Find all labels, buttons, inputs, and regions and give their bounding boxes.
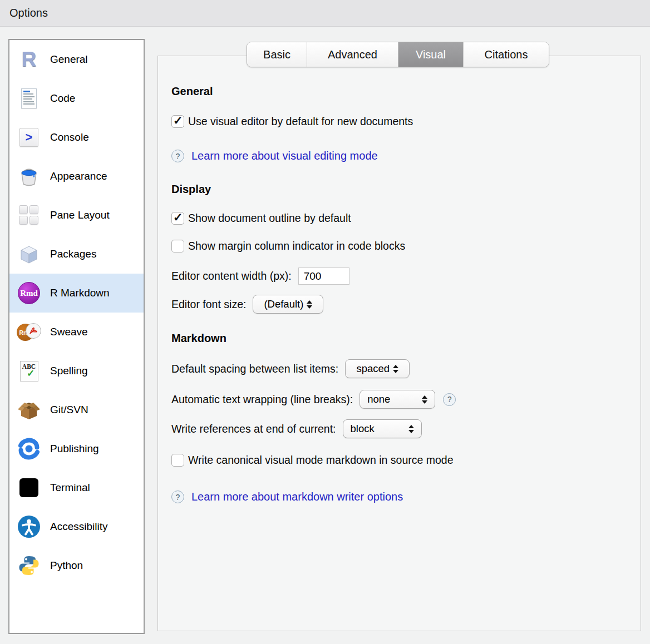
list-spacing-select[interactable]: spaced (345, 359, 410, 378)
editor-font-size-select[interactable]: (Default) (253, 295, 323, 314)
pane-layout-icon (17, 203, 41, 227)
field-label: Default spacing between list items: (171, 363, 338, 375)
show-outline-checkbox[interactable] (171, 212, 184, 225)
selected-value: block (351, 423, 375, 435)
sidebar-item-git-svn[interactable]: Git/SVN (9, 390, 144, 429)
sidebar-item-label: Accessibility (50, 521, 107, 533)
checkbox-label: Show document outline by default (188, 212, 351, 225)
field-label: Write references at end of current: (171, 423, 336, 435)
selected-value: spaced (356, 363, 390, 375)
learn-more-markdown-writer-link[interactable]: Learn more about markdown writer options (191, 491, 403, 503)
sidebar-item-pane-layout[interactable]: Pane Layout (9, 196, 144, 235)
sidebar-item-label: Pane Layout (50, 209, 110, 221)
list-spacing-row: Default spacing between list items: spac… (171, 359, 410, 378)
python-icon (17, 553, 41, 578)
help-row-markdown-writer: ? Learn more about markdown writer optio… (171, 491, 403, 503)
field-label: Automatic text wrapping (line breaks): (171, 393, 353, 406)
help-row-visual-editing: ? Learn more about visual editing mode (171, 150, 378, 162)
use-visual-editor-checkbox[interactable] (171, 115, 184, 128)
accessibility-icon (17, 514, 41, 539)
sidebar-item-appearance[interactable]: Appearance (9, 157, 144, 196)
field-label: Editor content width (px): (171, 270, 292, 283)
sidebar-item-label: Python (50, 559, 83, 572)
editor-font-size-row: Editor font size: (Default) (171, 295, 323, 314)
sidebar-item-accessibility[interactable]: Accessibility (9, 507, 144, 546)
help-icon[interactable]: ? (443, 393, 456, 406)
stepper-arrows-icon (393, 365, 398, 373)
r-logo-icon: R (17, 47, 41, 72)
terminal-icon (17, 475, 41, 500)
canonical-markdown-checkbox[interactable] (171, 454, 184, 467)
sidebar-item-terminal[interactable]: Terminal (9, 468, 144, 507)
section-heading-display: Display (171, 183, 211, 196)
sidebar-item-console[interactable]: > Console (9, 118, 144, 157)
references-select[interactable]: block (343, 419, 422, 438)
options-content-panel: General Use visual editor by default for… (157, 56, 641, 631)
sidebar-item-label: Terminal (50, 482, 90, 494)
settings-tabbar: Basic Advanced Visual Citations (247, 42, 549, 67)
tab-visual[interactable]: Visual (398, 42, 463, 67)
tab-basic[interactable]: Basic (247, 42, 307, 67)
text-wrapping-select[interactable]: none (360, 390, 435, 409)
window-title: Options (9, 7, 48, 19)
code-document-icon (17, 86, 41, 111)
tab-advanced[interactable]: Advanced (307, 42, 398, 67)
text-wrapping-row: Automatic text wrapping (line breaks): n… (171, 390, 456, 409)
selected-value: none (367, 393, 390, 405)
publishing-icon (17, 437, 41, 461)
sidebar-item-label: Git/SVN (50, 404, 88, 416)
sidebar-item-sweave[interactable]: Rnw Sweave (9, 313, 144, 351)
sidebar-item-label: Sweave (50, 326, 88, 338)
sidebar-item-label: Publishing (50, 443, 99, 455)
sidebar-item-label: General (50, 53, 88, 66)
sidebar-item-python[interactable]: Python (9, 546, 144, 585)
stepper-arrows-icon (422, 395, 427, 404)
spelling-icon: ABC ✓ (17, 359, 41, 383)
sweave-icon: Rnw (17, 320, 41, 344)
section-heading-general: General (171, 85, 213, 98)
checkbox-row-use-visual-editor: Use visual editor by default for new doc… (171, 115, 413, 128)
git-svn-box-icon (17, 398, 41, 422)
checkbox-row-show-outline: Show document outline by default (171, 212, 351, 225)
window-titlebar: Options (0, 0, 650, 27)
console-icon: > (17, 125, 41, 150)
sidebar-item-label: Code (50, 92, 75, 105)
show-margin-checkbox[interactable] (171, 240, 184, 252)
paint-bucket-icon (17, 164, 41, 189)
pdf-icon (26, 323, 41, 339)
sidebar-item-label: Console (50, 131, 89, 143)
checkbox-row-canonical-markdown: Write canonical visual mode markdown in … (171, 454, 454, 467)
sidebar-item-label: Packages (50, 248, 96, 260)
checkbox-label: Use visual editor by default for new doc… (188, 115, 413, 128)
selected-value: (Default) (264, 298, 303, 310)
editor-content-width-input[interactable] (298, 267, 349, 285)
package-box-icon (17, 242, 41, 266)
sidebar-item-label: Appearance (50, 170, 107, 182)
checkbox-label: Show margin column indicator in code blo… (188, 240, 405, 252)
checkbox-row-show-margin: Show margin column indicator in code blo… (171, 240, 405, 252)
sidebar-item-label: R Markdown (50, 287, 110, 299)
rmarkdown-icon: Rmd (17, 281, 41, 305)
section-heading-markdown: Markdown (171, 332, 226, 345)
stepper-arrows-icon (307, 300, 312, 309)
sidebar-item-label: Spelling (50, 365, 88, 377)
help-icon[interactable]: ? (171, 150, 184, 162)
sidebar-item-general[interactable]: R General (9, 40, 144, 79)
sidebar-item-spelling[interactable]: ABC ✓ Spelling (9, 351, 144, 390)
field-label: Editor font size: (171, 298, 246, 311)
sidebar-item-code[interactable]: Code (9, 79, 144, 118)
stepper-arrows-icon (408, 425, 414, 433)
checkbox-label: Write canonical visual mode markdown in … (188, 454, 454, 467)
options-category-sidebar: R General Code > Console Appearance P (8, 39, 145, 634)
references-row: Write references at end of current: bloc… (171, 419, 422, 438)
sidebar-item-publishing[interactable]: Publishing (9, 429, 144, 468)
tab-citations[interactable]: Citations (463, 42, 549, 67)
help-icon[interactable]: ? (171, 491, 184, 503)
sidebar-item-packages[interactable]: Packages (9, 235, 144, 274)
learn-more-visual-editing-link[interactable]: Learn more about visual editing mode (191, 150, 378, 162)
sidebar-item-r-markdown[interactable]: Rmd R Markdown (9, 274, 144, 313)
editor-content-width-row: Editor content width (px): (171, 267, 349, 285)
